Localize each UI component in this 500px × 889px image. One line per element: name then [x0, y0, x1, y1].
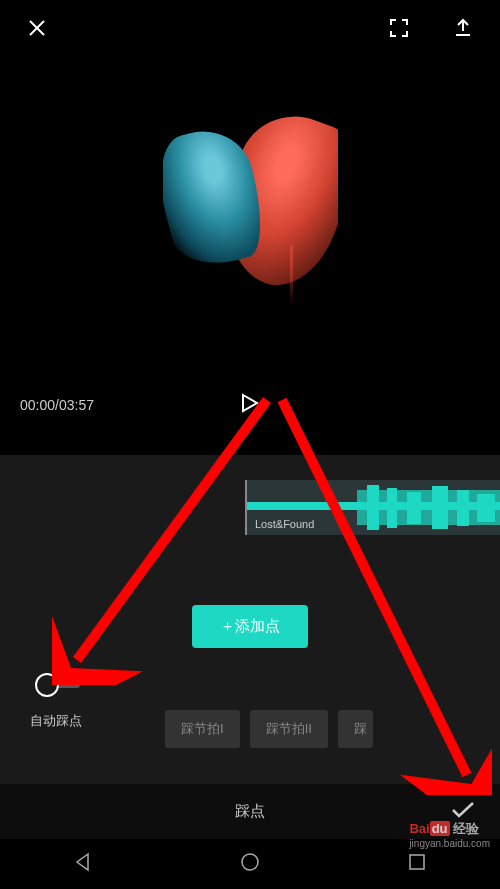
export-button[interactable] — [451, 16, 475, 40]
fullscreen-icon — [389, 18, 409, 38]
nav-recent-button[interactable] — [406, 851, 428, 877]
play-icon — [241, 393, 259, 413]
beat-mode-1-button: 踩节拍I — [165, 710, 240, 748]
fullscreen-button[interactable] — [387, 16, 411, 40]
square-recent-icon — [406, 851, 428, 873]
svg-rect-1 — [410, 855, 424, 869]
beat-mode-2-button: 踩节拍II — [250, 710, 328, 748]
beat-panel: Lost&Found ＋添加点 自动踩点 踩节拍I 踩节拍II 踩 踩点 — [0, 455, 500, 839]
auto-beat-label: 自动踩点 — [30, 712, 82, 730]
add-point-button[interactable]: ＋添加点 — [192, 605, 308, 648]
auto-beat-toggle[interactable] — [35, 670, 81, 700]
nav-home-button[interactable] — [239, 851, 261, 877]
preview-frame — [163, 65, 338, 375]
preview-graphic — [290, 245, 293, 305]
circle-home-icon — [239, 851, 261, 873]
video-preview[interactable] — [0, 55, 500, 385]
audio-track[interactable]: Lost&Found — [245, 480, 500, 535]
watermark-url: jingyan.baidu.com — [409, 838, 490, 849]
watermark: Baidu Baidu 经验经验 jingyan.baidu.com — [409, 820, 490, 849]
export-icon — [453, 18, 473, 38]
close-icon — [27, 18, 47, 38]
beat-mode-3-button: 踩 — [338, 710, 373, 748]
triangle-back-icon — [72, 851, 94, 873]
nav-back-button[interactable] — [72, 851, 94, 877]
svg-point-0 — [242, 854, 258, 870]
time-display: 00:00/03:57 — [20, 397, 94, 413]
panel-title: 踩点 — [235, 802, 265, 821]
close-button[interactable] — [25, 16, 49, 40]
checkmark-icon — [451, 801, 475, 819]
play-button[interactable] — [241, 393, 259, 417]
watermark-logo: Baidu Baidu 经验经验 — [409, 820, 490, 838]
add-point-label: ＋添加点 — [220, 617, 280, 636]
audio-track-label: Lost&Found — [255, 518, 314, 530]
toggle-knob — [35, 673, 59, 697]
